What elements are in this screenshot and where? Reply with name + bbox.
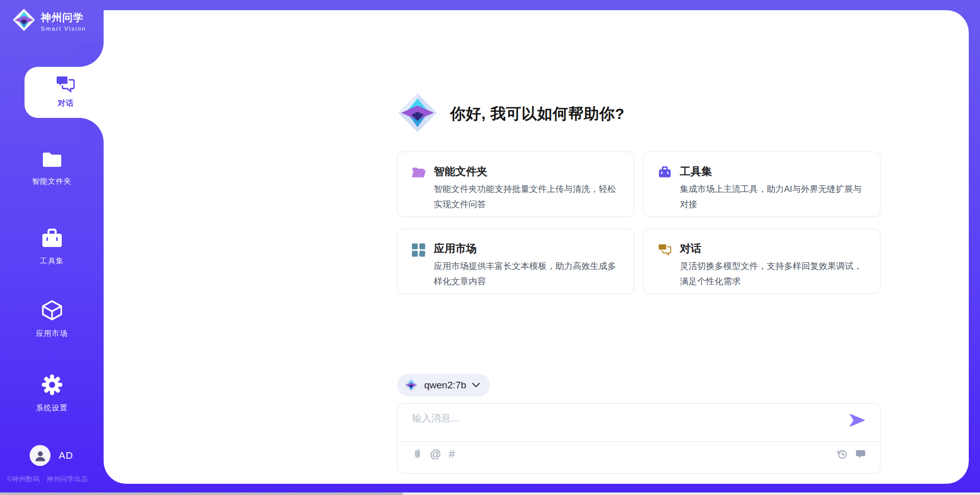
brand-subtitle: Smart Vision <box>41 26 86 32</box>
chat-bubble-icon[interactable] <box>855 450 866 459</box>
chevron-down-icon <box>472 383 480 387</box>
at-icon[interactable]: @ <box>430 449 441 460</box>
brand: 神州问学 Smart Vision <box>12 8 86 34</box>
gear-icon <box>41 374 63 398</box>
card-description: 集成市场上主流工具，助力AI与外界无缝扩展与对接 <box>680 182 870 212</box>
folder-icon <box>41 150 63 171</box>
sidebar-item-label: 系统设置 <box>0 403 104 413</box>
toolbox-icon <box>658 166 672 181</box>
card-title: 对话 <box>680 241 701 256</box>
greeting-logo-icon <box>397 92 438 135</box>
scrollbar-thumb[interactable] <box>0 492 403 495</box>
sidebar-item-label: 对话 <box>24 98 107 108</box>
card-toolbox[interactable]: 工具集 集成市场上主流工具，助力AI与外界无缝扩展与对接 <box>643 152 880 217</box>
message-input[interactable] <box>412 412 841 438</box>
brand-logo-icon <box>12 8 36 34</box>
card-title: 应用市场 <box>434 241 477 256</box>
sidebar-item-label: 工具集 <box>0 256 104 266</box>
sidebar-item-toolbox[interactable]: 工具集 <box>0 229 104 266</box>
avatar <box>30 445 51 466</box>
toolbox-icon <box>41 229 63 251</box>
send-icon[interactable] <box>850 414 865 429</box>
sidebar-item-label: 智能文件夹 <box>0 177 104 186</box>
model-name: qwen2:7b <box>424 380 466 391</box>
sidebar-item-smart-folder[interactable]: 智能文件夹 <box>0 150 104 186</box>
model-logo-icon <box>404 378 418 392</box>
tab-flare-bottom <box>79 118 104 142</box>
history-icon[interactable] <box>837 449 848 460</box>
main-panel: 你好, 我可以如何帮助你? 智能文件夹 智能文件夹功能支持批量文件上传与清洗，轻… <box>104 10 969 484</box>
card-smart-folder[interactable]: 智能文件夹 智能文件夹功能支持批量文件上传与清洗，轻松实现文件问答 <box>397 152 634 217</box>
folder-open-icon <box>412 166 426 180</box>
sidebar-item-settings[interactable]: 系统设置 <box>0 374 104 413</box>
sidebar-item-app-market[interactable]: 应用市场 <box>0 299 104 338</box>
card-description: 智能文件夹功能支持批量文件上传与清洗，轻松实现文件问答 <box>434 182 624 212</box>
horizontal-scrollbar <box>0 492 980 495</box>
chat-icon <box>56 75 76 95</box>
card-chat[interactable]: 对话 灵活切换多模型文件，支持多样回复效果调试，满足个性化需求 <box>643 229 880 294</box>
sidebar-footer: ©神州数码 · 神州问学出品 <box>7 475 88 484</box>
greeting-block: 你好, 我可以如何帮助你? <box>397 93 625 134</box>
greeting-title: 你好, 我可以如何帮助你? <box>450 104 625 125</box>
composer-divider <box>398 441 880 442</box>
blocks-icon <box>412 243 425 259</box>
model-selector[interactable]: qwen2:7b <box>397 374 490 397</box>
sidebar: 神州问学 Smart Vision 对话 智能文件夹 <box>0 0 104 492</box>
card-title: 智能文件夹 <box>434 164 487 179</box>
user-profile[interactable]: AD <box>30 445 73 466</box>
cube-icon <box>41 299 63 324</box>
sidebar-item-chat[interactable]: 对话 <box>24 67 107 118</box>
user-name: AD <box>59 450 73 461</box>
hash-icon[interactable]: # <box>449 449 455 460</box>
card-description: 应用市场提供丰富长文本模板，助力高效生成多样化文章内容 <box>434 259 624 289</box>
card-app-market[interactable]: 应用市场 应用市场提供丰富长文本模板，助力高效生成多样化文章内容 <box>397 229 634 294</box>
card-title: 工具集 <box>680 164 712 179</box>
brand-name: 神州问学 <box>41 12 84 23</box>
paperclip-icon[interactable] <box>412 449 422 460</box>
tab-flare-top <box>79 42 104 67</box>
message-composer: @ # <box>397 403 880 474</box>
feature-cards: 智能文件夹 智能文件夹功能支持批量文件上传与清洗，轻松实现文件问答 工具集 集成… <box>397 152 880 294</box>
sidebar-item-label: 应用市场 <box>0 329 104 338</box>
card-description: 灵活切换多模型文件，支持多样回复效果调试，满足个性化需求 <box>680 259 870 289</box>
chat-icon <box>658 243 672 258</box>
